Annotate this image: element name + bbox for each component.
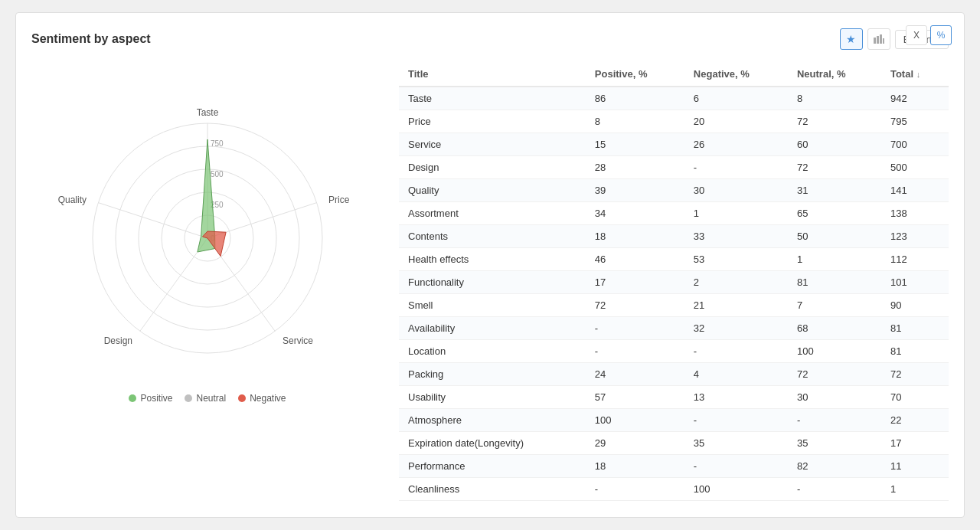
neutral-label: Neutral	[196, 393, 226, 404]
cell-negative: 21	[684, 294, 788, 317]
chart-area: 750 500 250 0 Taste Price Service Design…	[31, 62, 384, 501]
cell-title: Atmosphere	[399, 409, 586, 432]
svg-text:750: 750	[211, 139, 224, 148]
cell-positive: 24	[586, 363, 684, 386]
negative-dot	[238, 394, 246, 402]
table-row: Quality393031141	[399, 179, 949, 202]
cell-title: Design	[399, 156, 586, 179]
cell-total: 795	[881, 110, 949, 133]
cell-total: 138	[881, 202, 949, 225]
cell-neutral: 72	[788, 363, 881, 386]
col-negative[interactable]: Negative, %	[684, 62, 788, 87]
cell-positive: 15	[586, 133, 684, 156]
cell-total: 81	[881, 340, 949, 363]
cell-negative: 20	[684, 110, 788, 133]
legend-negative: Negative	[238, 393, 286, 404]
cell-negative: 26	[684, 133, 788, 156]
cell-title: Availability	[399, 317, 586, 340]
legend-positive: Positive	[129, 393, 172, 404]
cell-neutral: 35	[788, 432, 881, 455]
cell-title: Usability	[399, 386, 586, 409]
bar-view-button[interactable]	[867, 28, 890, 50]
content: 750 500 250 0 Taste Price Service Design…	[31, 62, 949, 501]
cell-negative: 30	[684, 179, 788, 202]
table-row: Atmosphere100--22	[399, 409, 949, 432]
cell-neutral: -	[788, 409, 881, 432]
cell-title: Location	[399, 340, 586, 363]
cell-neutral: 1	[788, 248, 881, 271]
cell-title: Health effects	[399, 248, 586, 271]
neutral-dot	[185, 394, 192, 402]
cell-title: Performance	[399, 455, 586, 478]
cell-positive: 72	[586, 294, 684, 317]
cell-total: 70	[881, 386, 949, 409]
cell-negative: 6	[684, 87, 788, 110]
cell-neutral: 100	[788, 340, 881, 363]
cell-title: Quality	[399, 179, 586, 202]
col-title[interactable]: Title	[399, 62, 586, 87]
cell-title: Assortment	[399, 202, 586, 225]
top-right-controls: X %	[906, 25, 952, 45]
table-row: Taste8668942	[399, 87, 949, 110]
cell-negative: -	[684, 409, 788, 432]
cell-neutral: 50	[788, 225, 881, 248]
cell-neutral: 68	[788, 317, 881, 340]
table-row: Packing2447272	[399, 363, 949, 386]
cell-title: Cleanliness	[399, 478, 586, 501]
cell-total: 942	[881, 87, 949, 110]
cell-negative: -	[684, 156, 788, 179]
cell-negative: -	[684, 455, 788, 478]
negative-label: Negative	[250, 393, 286, 404]
cell-negative: 100	[684, 478, 788, 501]
cell-positive: 100	[586, 409, 684, 432]
main-card: Sentiment by aspect ★ Export ▾ X %	[15, 12, 965, 518]
legend-neutral: Neutral	[185, 393, 226, 404]
table-row: Design28-72500	[399, 156, 949, 179]
cell-total: 72	[881, 363, 949, 386]
table-row: Health effects46531112	[399, 248, 949, 271]
star-view-button[interactable]: ★	[840, 28, 863, 50]
table-row: Functionality17281101	[399, 271, 949, 294]
close-button[interactable]: X	[906, 25, 927, 45]
svg-text:500: 500	[211, 170, 224, 178]
positive-dot	[129, 394, 136, 402]
col-neutral[interactable]: Neutral, %	[788, 62, 881, 87]
cell-total: 1	[881, 478, 949, 501]
table-row: Performance18-8211	[399, 455, 949, 478]
cell-positive: 39	[586, 179, 684, 202]
cell-positive: -	[586, 478, 684, 501]
cell-positive: 18	[586, 225, 684, 248]
cell-title: Functionality	[399, 271, 586, 294]
cell-neutral: -	[788, 478, 881, 501]
cell-negative: 53	[684, 248, 788, 271]
cell-title: Contents	[399, 225, 586, 248]
table-row: Assortment34165138	[399, 202, 949, 225]
table-header-row: Title Positive, % Negative, % Neutral, %…	[399, 62, 949, 87]
cell-neutral: 7	[788, 294, 881, 317]
cell-total: 22	[881, 409, 949, 432]
cell-negative: 13	[684, 386, 788, 409]
cell-positive: -	[586, 340, 684, 363]
cell-total: 700	[881, 133, 949, 156]
cell-title: Taste	[399, 87, 586, 110]
col-total[interactable]: Total ↓	[881, 62, 949, 87]
cell-negative: 2	[684, 271, 788, 294]
cell-negative: 1	[684, 202, 788, 225]
table-row: Expiration date(Longevity)29353517	[399, 432, 949, 455]
cell-negative: -	[684, 340, 788, 363]
cell-neutral: 60	[788, 133, 881, 156]
table-row: Price82072795	[399, 110, 949, 133]
table-row: Cleanliness-100-1	[399, 478, 949, 501]
cell-title: Service	[399, 133, 586, 156]
cell-title: Packing	[399, 363, 586, 386]
col-positive[interactable]: Positive, %	[586, 62, 684, 87]
svg-text:Price: Price	[328, 195, 350, 205]
percent-button[interactable]: %	[930, 25, 952, 45]
svg-rect-0	[874, 38, 876, 44]
cell-positive: 28	[586, 156, 684, 179]
table-row: Usability57133070	[399, 386, 949, 409]
cell-total: 101	[881, 271, 949, 294]
cell-positive: 34	[586, 202, 684, 225]
cell-positive: 17	[586, 271, 684, 294]
cell-positive: 18	[586, 455, 684, 478]
